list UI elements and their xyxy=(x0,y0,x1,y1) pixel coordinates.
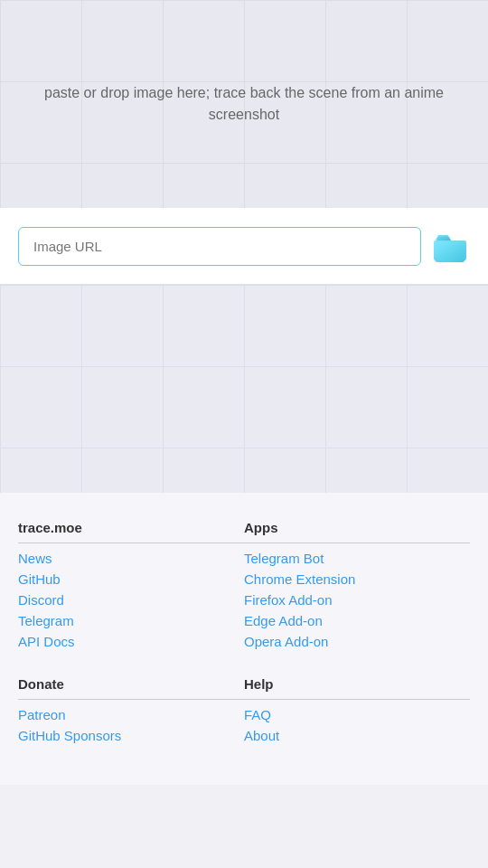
drop-area-text: paste or drop image here; trace back the… xyxy=(0,82,488,126)
footer-brand-col: trace.moe News GitHub Discord Telegram A… xyxy=(18,520,244,655)
footer-apps-col: Apps Telegram Bot Chrome Extension Firef… xyxy=(244,520,470,655)
footer-help-title: Help xyxy=(244,676,470,700)
drop-area[interactable]: paste or drop image here; trace back the… xyxy=(0,0,488,208)
footer-link-discord[interactable]: Discord xyxy=(18,592,244,608)
footer-link-faq[interactable]: FAQ xyxy=(244,707,470,722)
footer-top-row: trace.moe News GitHub Discord Telegram A… xyxy=(18,520,470,655)
footer-link-telegram[interactable]: Telegram xyxy=(18,613,244,628)
footer-bottom-row: Donate Patreon GitHub Sponsors Help FAQ … xyxy=(18,676,470,749)
middle-grid-bg xyxy=(0,285,488,493)
footer-donate-title: Donate xyxy=(18,676,244,700)
footer-donate-col: Donate Patreon GitHub Sponsors xyxy=(18,676,244,749)
footer-link-patreon[interactable]: Patreon xyxy=(18,707,244,722)
footer-link-firefox-addon[interactable]: Firefox Add-on xyxy=(244,592,470,608)
url-section xyxy=(0,208,488,285)
footer-link-edge-addon[interactable]: Edge Add-on xyxy=(244,613,470,628)
footer-link-telegram-bot[interactable]: Telegram Bot xyxy=(244,551,470,566)
footer-link-chrome-extension[interactable]: Chrome Extension xyxy=(244,571,470,587)
footer-link-github-sponsors[interactable]: GitHub Sponsors xyxy=(18,728,244,743)
footer-link-api-docs[interactable]: API Docs xyxy=(18,634,244,649)
footer-link-github[interactable]: GitHub xyxy=(18,571,244,587)
url-input[interactable] xyxy=(18,227,421,266)
footer-link-opera-addon[interactable]: Opera Add-on xyxy=(244,634,470,649)
footer-help-col: Help FAQ About xyxy=(244,676,470,749)
middle-grid-area xyxy=(0,285,488,493)
footer: trace.moe News GitHub Discord Telegram A… xyxy=(0,493,488,785)
footer-link-about[interactable]: About xyxy=(244,728,470,743)
folder-icon[interactable] xyxy=(430,226,470,266)
footer-apps-title: Apps xyxy=(244,520,470,543)
footer-link-news[interactable]: News xyxy=(18,551,244,566)
footer-brand-title: trace.moe xyxy=(18,520,244,543)
